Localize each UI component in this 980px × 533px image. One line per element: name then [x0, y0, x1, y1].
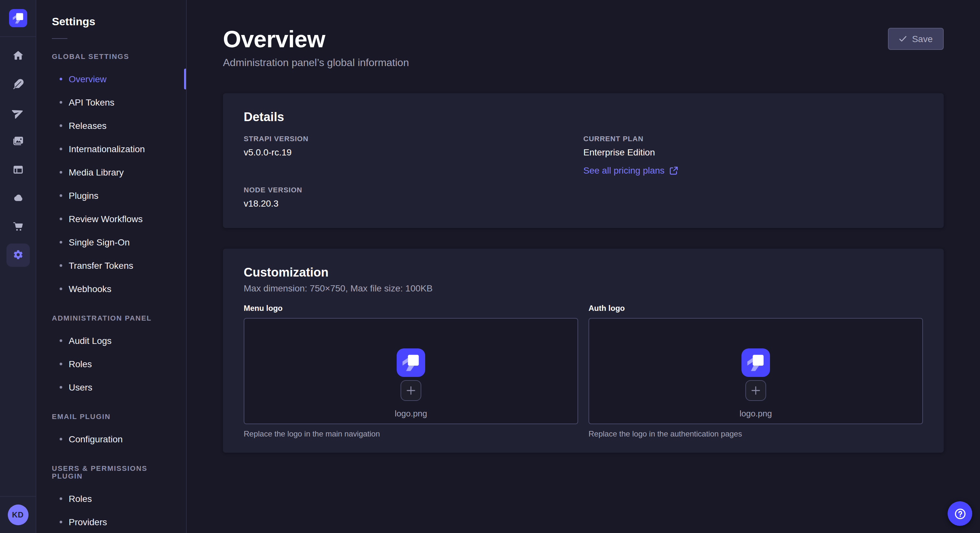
menu-logo-label: Menu logo	[244, 304, 578, 313]
settings-gear-icon[interactable]	[11, 249, 24, 262]
nav-item-label: Configuration	[69, 434, 123, 444]
customization-heading: Customization	[244, 265, 923, 280]
sidebar-item-audit-logs[interactable]: Audit Logs	[36, 329, 186, 352]
logo-filename: logo.png	[740, 409, 772, 418]
help-button[interactable]	[948, 501, 972, 526]
sidebar-item-releases[interactable]: Releases	[36, 114, 186, 137]
nav-item-label: Review Workflows	[69, 214, 143, 224]
logo-uploads: Menu logo logo.png	[244, 304, 923, 438]
sidebar-item-single-sign-on[interactable]: Single Sign-On	[36, 230, 186, 254]
details-grid: STRAPI VERSION v5.0.0-rc.19 NODE VERSION…	[244, 135, 923, 209]
page-header: Overview Administration panel’s global i…	[187, 0, 980, 69]
subnav-divider	[52, 38, 67, 39]
strapi-admin-app: KD Settings GLOBAL SETTINGSOverviewAPI T…	[0, 0, 980, 533]
nav-item-label: Roles	[69, 359, 92, 369]
nav-item-label: API Tokens	[69, 97, 115, 108]
page-title: Overview	[223, 26, 409, 53]
paper-plane-icon[interactable]	[11, 106, 24, 119]
bullet-icon	[60, 217, 62, 220]
bullet-icon	[60, 194, 62, 197]
bullet-icon	[60, 241, 62, 244]
save-button[interactable]: Save	[888, 28, 944, 50]
add-logo-button[interactable]	[745, 380, 766, 401]
auth-logo-hint: Replace the logo in the authentication p…	[589, 429, 923, 438]
menu-logo-hint: Replace the logo in the main navigation	[244, 429, 578, 438]
nav-item-label: Releases	[69, 121, 107, 131]
bullet-icon	[60, 78, 62, 80]
check-icon	[899, 35, 907, 43]
media-library-icon[interactable]	[11, 135, 24, 148]
nav-item-label: Transfer Tokens	[69, 260, 133, 271]
nav-list: OverviewAPI TokensReleasesInternationali…	[36, 67, 186, 300]
menu-logo-dropzone[interactable]: logo.png	[244, 318, 578, 424]
plus-icon	[406, 386, 415, 395]
sidebar-item-plugins[interactable]: Plugins	[36, 184, 186, 207]
sidebar-item-roles[interactable]: Roles	[36, 352, 186, 376]
auth-logo-dropzone[interactable]: logo.png	[589, 318, 923, 424]
sidebar-item-transfer-tokens[interactable]: Transfer Tokens	[36, 254, 186, 277]
bullet-icon	[60, 386, 62, 389]
customization-card: Customization Max dimension: 750×750, Ma…	[223, 249, 944, 453]
bullet-icon	[60, 287, 62, 290]
sidebar-item-overview[interactable]: Overview	[36, 67, 186, 90]
main-content: Overview Administration panel’s global i…	[187, 0, 980, 533]
nav-section-label: EMAIL PLUGIN	[52, 412, 170, 420]
nav-section-label: ADMINISTRATION PANEL	[52, 314, 170, 322]
nav-item-label: Providers	[69, 517, 107, 527]
strapi-version-field: STRAPI VERSION v5.0.0-rc.19	[244, 135, 583, 157]
customization-subtitle: Max dimension: 750×750, Max file size: 1…	[244, 283, 923, 293]
page-header-text: Overview Administration panel’s global i…	[223, 26, 409, 69]
plus-icon	[751, 386, 760, 395]
field-label: CURRENT PLAN	[583, 135, 923, 143]
auth-logo-label: Auth logo	[589, 304, 923, 313]
content-manager-icon[interactable]	[11, 163, 24, 176]
bullet-icon	[60, 264, 62, 267]
field-label: NODE VERSION	[244, 186, 583, 194]
main-nav-rail: KD	[0, 0, 36, 533]
sidebar-item-review-workflows[interactable]: Review Workflows	[36, 207, 186, 230]
nav-item-label: Users	[69, 382, 92, 392]
save-button-label: Save	[912, 34, 933, 44]
auth-logo-input: Auth logo logo.png	[589, 304, 923, 438]
page-subtitle: Administration panel’s global informatio…	[223, 57, 409, 69]
field-value: v5.0.0-rc.19	[244, 147, 583, 157]
sidebar-item-api-tokens[interactable]: API Tokens	[36, 90, 186, 114]
home-icon[interactable]	[11, 49, 24, 62]
sidebar-item-providers[interactable]: Providers	[36, 510, 186, 533]
main-nav-icons	[11, 37, 24, 496]
nav-item-label: Internationalization	[69, 144, 145, 154]
details-left-column: STRAPI VERSION v5.0.0-rc.19 NODE VERSION…	[244, 135, 583, 209]
nav-section-label: GLOBAL SETTINGS	[52, 52, 170, 60]
sidebar-item-configuration[interactable]: Configuration	[36, 427, 186, 451]
nav-item-label: Single Sign-On	[69, 237, 130, 247]
bullet-icon	[60, 171, 62, 174]
node-version-field: NODE VERSION v18.20.3	[244, 186, 583, 209]
feather-icon[interactable]	[11, 78, 24, 90]
field-value: Enterprise Edition	[583, 147, 923, 157]
nav-list: RolesProviders	[36, 487, 186, 533]
pricing-plans-link[interactable]: See all pricing plans	[583, 165, 678, 176]
external-link-icon	[670, 166, 678, 174]
bullet-icon	[60, 497, 62, 500]
question-mark-icon	[953, 507, 967, 520]
details-heading: Details	[244, 110, 923, 124]
sidebar-item-media-library[interactable]: Media Library	[36, 160, 186, 184]
nav-list: Configuration	[36, 427, 186, 451]
sidebar-item-users[interactable]: Users	[36, 376, 186, 399]
menu-logo-input: Menu logo logo.png	[244, 304, 578, 438]
marketplace-cart-icon[interactable]	[11, 220, 24, 233]
user-avatar[interactable]: KD	[8, 504, 28, 525]
field-label: STRAPI VERSION	[244, 135, 583, 143]
workspace-logo[interactable]	[0, 0, 36, 37]
nav-item-label: Media Library	[69, 167, 124, 178]
bullet-icon	[60, 148, 62, 150]
strapi-logo-icon	[9, 9, 27, 27]
cloud-icon[interactable]	[11, 192, 24, 205]
bullet-icon	[60, 438, 62, 440]
sidebar-item-webhooks[interactable]: Webhooks	[36, 277, 186, 300]
logo-filename: logo.png	[395, 409, 427, 418]
nav-item-label: Webhooks	[69, 284, 111, 294]
sidebar-item-roles[interactable]: Roles	[36, 487, 186, 510]
add-logo-button[interactable]	[401, 380, 421, 401]
sidebar-item-internationalization[interactable]: Internationalization	[36, 137, 186, 160]
